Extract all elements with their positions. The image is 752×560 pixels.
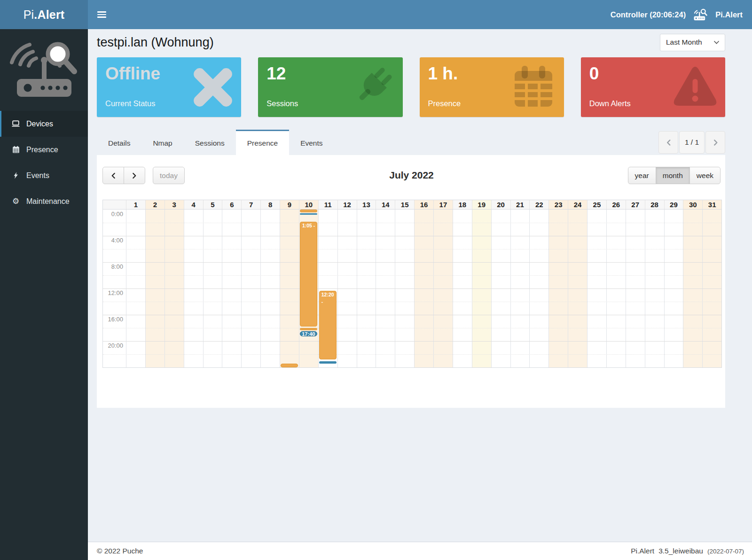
time-gutter: 0:004:008:0012:0016:0020:00 bbox=[103, 210, 126, 367]
day-column[interactable] bbox=[376, 210, 395, 367]
pager-prev-button[interactable] bbox=[658, 131, 678, 154]
day-column[interactable] bbox=[530, 210, 549, 367]
day-column[interactable] bbox=[415, 210, 434, 367]
plug-icon bbox=[347, 63, 396, 112]
day-header: 30 bbox=[683, 200, 703, 209]
day-header: 24 bbox=[568, 200, 588, 209]
presence-event[interactable]: 1:05 - bbox=[300, 222, 317, 327]
day-column[interactable] bbox=[703, 210, 721, 367]
tab-presence[interactable]: Presence bbox=[236, 130, 289, 155]
sidebar-toggle-button[interactable] bbox=[91, 0, 112, 29]
calendar-next-button[interactable] bbox=[124, 167, 145, 184]
sidebar-menu: Devices Presence Events ⚙ Maintenance bbox=[0, 111, 88, 214]
calendar-icon bbox=[509, 63, 557, 111]
status-card[interactable]: Offline Current Status bbox=[97, 57, 241, 117]
view-year-button[interactable]: year bbox=[628, 167, 656, 184]
tab-events[interactable]: Events bbox=[289, 130, 334, 155]
session-marker-event[interactable] bbox=[300, 213, 317, 215]
day-header: 21 bbox=[511, 200, 530, 209]
day-column[interactable] bbox=[645, 210, 665, 367]
presence-event[interactable] bbox=[300, 210, 317, 212]
tab-nmap[interactable]: Nmap bbox=[141, 130, 183, 155]
day-header: 23 bbox=[549, 200, 568, 209]
session-marker-event[interactable] bbox=[319, 361, 337, 364]
navbar-right: Controller (20:06:24) bbox=[611, 8, 743, 21]
chevron-down-icon bbox=[714, 41, 719, 44]
day-header: 29 bbox=[665, 200, 684, 209]
presence-event[interactable]: 12:20 - bbox=[319, 291, 337, 359]
day-column[interactable] bbox=[338, 210, 357, 367]
day-column[interactable] bbox=[568, 210, 588, 367]
calendar-today-button[interactable]: today bbox=[153, 167, 185, 184]
day-column[interactable] bbox=[549, 210, 568, 367]
day-column[interactable] bbox=[280, 210, 299, 367]
main-area: testpi.lan (Wohnung) Last Month Offline … bbox=[88, 29, 752, 560]
footer-app-name: Pi.Alert bbox=[631, 547, 654, 555]
day-header: 25 bbox=[588, 200, 607, 209]
view-week-button[interactable]: week bbox=[689, 167, 721, 184]
day-column[interactable] bbox=[683, 210, 703, 367]
brand-link[interactable]: Pi.Alert bbox=[715, 10, 743, 19]
day-column[interactable] bbox=[434, 210, 453, 367]
time-label: 4:00 bbox=[111, 237, 123, 244]
router-search-logo-icon bbox=[9, 39, 79, 100]
sidebar-item-label: Maintenance bbox=[26, 197, 70, 206]
presence-event[interactable] bbox=[300, 328, 317, 330]
day-column[interactable] bbox=[607, 210, 626, 367]
presence-card[interactable]: 1 h. Presence bbox=[420, 57, 564, 117]
calendar-prev-button[interactable] bbox=[102, 167, 124, 184]
day-header: 19 bbox=[472, 200, 492, 209]
day-column[interactable] bbox=[242, 210, 261, 367]
session-marker-event[interactable]: 17:40 bbox=[300, 331, 317, 336]
presence-event[interactable] bbox=[281, 364, 298, 367]
day-header: 10 bbox=[299, 200, 319, 209]
stat-cards: Offline Current Status 12 Sessions 1 h. … bbox=[97, 57, 725, 117]
tab-details[interactable]: Details bbox=[97, 130, 141, 155]
day-header: 1 bbox=[126, 200, 146, 209]
period-select[interactable]: Last Month bbox=[660, 34, 725, 51]
down-alerts-card[interactable]: 0 Down Alerts bbox=[581, 57, 725, 117]
day-header: 18 bbox=[453, 200, 472, 209]
down-alerts-card-label: Down Alerts bbox=[589, 99, 631, 108]
view-month-button[interactable]: month bbox=[656, 167, 690, 184]
sidebar-item-presence[interactable]: Presence bbox=[0, 137, 88, 163]
day-column[interactable] bbox=[357, 210, 376, 367]
day-column[interactable] bbox=[472, 210, 492, 367]
day-column[interactable] bbox=[492, 210, 511, 367]
pager-next-button[interactable] bbox=[705, 131, 725, 154]
chevron-left-icon bbox=[666, 139, 671, 146]
day-column[interactable] bbox=[222, 210, 242, 367]
day-column[interactable] bbox=[126, 210, 146, 367]
controller-link[interactable]: Controller (20:06:24) bbox=[611, 10, 686, 19]
tab-sessions[interactable]: Sessions bbox=[184, 130, 236, 155]
day-column[interactable] bbox=[665, 210, 684, 367]
day-column[interactable]: 1:05 -17:40 bbox=[299, 210, 319, 367]
sessions-card[interactable]: 12 Sessions bbox=[258, 57, 402, 117]
day-column[interactable] bbox=[165, 210, 184, 367]
day-column[interactable] bbox=[626, 210, 645, 367]
day-header: 22 bbox=[530, 200, 549, 209]
day-column[interactable] bbox=[184, 210, 204, 367]
app-logo[interactable]: Pi.Alert bbox=[0, 0, 88, 29]
day-column[interactable] bbox=[588, 210, 607, 367]
calendar-title: July 2022 bbox=[389, 170, 434, 181]
day-column[interactable] bbox=[146, 210, 165, 367]
laptop-icon bbox=[11, 120, 20, 127]
day-header: 16 bbox=[415, 200, 434, 209]
sessions-card-label: Sessions bbox=[266, 99, 298, 108]
sidebar-item-maintenance[interactable]: ⚙ Maintenance bbox=[0, 188, 88, 214]
sidebar-item-devices[interactable]: Devices bbox=[0, 111, 88, 137]
day-column[interactable] bbox=[261, 210, 280, 367]
time-label: 0:00 bbox=[111, 210, 123, 218]
sidebar-item-label: Devices bbox=[26, 120, 53, 128]
day-column[interactable] bbox=[395, 210, 415, 367]
day-column[interactable] bbox=[511, 210, 530, 367]
footer-version-date: (2022-07-07) bbox=[707, 548, 744, 555]
day-column[interactable] bbox=[204, 210, 223, 367]
day-column[interactable] bbox=[453, 210, 472, 367]
sidebar-logo bbox=[0, 29, 88, 111]
day-column[interactable]: 12:20 - bbox=[319, 210, 338, 367]
calendar-nav-buttons bbox=[102, 167, 145, 184]
sidebar-item-events[interactable]: Events bbox=[0, 163, 88, 188]
x-icon bbox=[191, 66, 235, 109]
